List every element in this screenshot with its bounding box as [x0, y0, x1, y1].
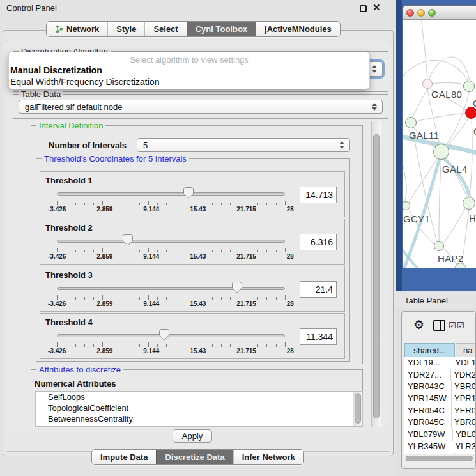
list-scrollbar-thumb[interactable] [355, 393, 361, 424]
slider-track[interactable] [57, 192, 285, 196]
slider-handle[interactable] [123, 234, 133, 246]
checkbox-icon[interactable]: ☑ [457, 321, 464, 330]
tab-label: Impute Data [100, 452, 148, 462]
tab-label: Style [116, 24, 136, 34]
close-traffic-light-icon[interactable] [406, 9, 414, 17]
table-row[interactable]: YDR27...YDR2 [404, 369, 476, 381]
list-scrollbar-track[interactable] [353, 392, 362, 426]
table-row[interactable]: YBR045CYBR0 [404, 417, 476, 429]
minimize-traffic-light-icon[interactable] [417, 9, 425, 17]
slider-tick-label: 9.144 [143, 300, 159, 307]
network-node-label: H [469, 213, 476, 224]
table-data-combobox[interactable]: galFiltered.sif default node [19, 100, 383, 114]
slider-tick-label: 21.715 [236, 253, 256, 260]
threshold-value-field[interactable]: 11.344 [300, 328, 337, 345]
threshold-row-3: Threshold 3 -3.4262.8599.14415.4321.7152… [40, 266, 345, 312]
network-node[interactable] [463, 197, 475, 210]
list-item[interactable]: BetweennessCentrality [36, 413, 362, 424]
table-row[interactable]: YPR145WYPR1 [404, 393, 476, 405]
slider-track[interactable] [57, 287, 285, 290]
tab-select[interactable]: Select [144, 22, 186, 36]
threshold-value-field[interactable]: 21.4 [300, 281, 337, 298]
threshold-row-4: Threshold 4 -3.4262.8599.14415.4321.7152… [40, 313, 345, 359]
threshold-slider[interactable] [57, 187, 285, 199]
popup-option-equal-width[interactable]: Equal Width/Frequency Discretization [9, 76, 369, 88]
tab-label: Select [153, 24, 178, 34]
slider-track[interactable] [57, 334, 285, 337]
close-icon[interactable]: ✕ [372, 2, 381, 13]
cell: YER0 [452, 405, 476, 417]
column-header-name[interactable]: na [456, 343, 476, 357]
network-window-titlebar[interactable] [403, 6, 476, 20]
slider-tick-label: 9.144 [143, 253, 159, 260]
slider-tick-label: 15.43 [190, 253, 206, 260]
network-node[interactable] [463, 81, 475, 92]
column-header-shared[interactable]: shared... [404, 343, 455, 357]
threshold-value-field[interactable]: 6.316 [300, 234, 337, 250]
main-scrollbar-thumb[interactable] [373, 134, 380, 418]
slider-tick-label: 15.43 [190, 300, 206, 307]
tab-cyni-toolbox[interactable]: Cyni Toolbox [187, 22, 256, 36]
tab-impute-data[interactable]: Impute Data [92, 450, 156, 464]
slider-tick-label: -3.426 [48, 300, 66, 307]
apply-button[interactable]: Apply [173, 429, 212, 443]
tab-network[interactable]: Network [47, 22, 107, 36]
table-row[interactable]: YER054CYER0 [404, 405, 476, 417]
network-node-label: GAL4 [442, 164, 468, 174]
slider-handle[interactable] [183, 187, 194, 199]
num-intervals-label: Number of Intervals [49, 141, 127, 150]
float-window-icon[interactable] [360, 5, 367, 12]
slider-scale: -3.4262.8599.14415.4321.71528 [48, 206, 294, 213]
combo-stepper-icon [372, 65, 378, 73]
horizontal-scrollbar-thumb[interactable] [406, 456, 473, 461]
table-row[interactable]: YDL19...YDL1 [404, 357, 476, 369]
cell: YBR045C [404, 417, 452, 429]
network-node[interactable] [433, 144, 449, 160]
tab-infer-network[interactable]: Infer Network [233, 450, 303, 464]
attributes-group-title: Attributes to discretize [36, 365, 123, 374]
table-panel-title: Table Panel [404, 296, 448, 305]
checkbox-icon[interactable]: ☑ [449, 321, 456, 330]
network-view-window[interactable]: GAL80 GAL11 GAL4 GCY1 HAP2 GA C H [403, 5, 476, 268]
threshold-slider[interactable] [57, 329, 285, 341]
table-row[interactable]: YBL079WYBL0 [404, 429, 476, 441]
cell: YIL0 [456, 453, 475, 455]
table-data-value: galFiltered.sif default node [25, 102, 122, 112]
tab-jactivemnodules[interactable]: jActiveMNodules [256, 22, 340, 36]
main-scrollbar-track[interactable] [371, 121, 381, 447]
table-row[interactable]: YLR345WYLR3 [404, 441, 476, 453]
tab-discretize-data[interactable]: Discretize Data [156, 450, 233, 464]
network-node[interactable] [405, 117, 417, 128]
table-panel-bar: Table Panel [396, 291, 476, 309]
slider-handle[interactable] [159, 329, 169, 341]
table-row[interactable]: YIL052CYIL0 [404, 453, 476, 455]
num-intervals-combobox[interactable]: 5 [137, 138, 350, 152]
zoom-traffic-light-icon[interactable] [428, 9, 436, 17]
tab-style[interactable]: Style [107, 22, 144, 36]
network-node[interactable] [422, 79, 433, 89]
popup-option-manual[interactable]: Manual Discretization [9, 65, 369, 76]
threshold-slider[interactable] [57, 282, 285, 293]
table-row[interactable]: YBR043CYBR0 [404, 381, 476, 393]
table-rows[interactable]: YDL19...YDL1 YDR27...YDR2 YBR043CYBR0 YP… [404, 357, 476, 454]
network-canvas[interactable]: GAL80 GAL11 GAL4 GCY1 HAP2 GA C H [403, 20, 476, 268]
slider-scale: -3.4262.8599.14415.4321.71528 [48, 348, 294, 355]
threshold-slider[interactable] [57, 234, 285, 246]
cell: YPR1 [452, 393, 476, 405]
column-layout-icon[interactable] [433, 320, 445, 331]
popup-hint: Select algorithm to view settings [9, 52, 369, 65]
attributes-list[interactable]: SelfLoops TopologicalCoefficient Between… [35, 391, 363, 427]
gear-icon[interactable]: ⚙ [413, 318, 424, 332]
list-item[interactable]: TopologicalCoefficient [36, 403, 362, 413]
slider-tick-label: 2.859 [96, 253, 112, 260]
thresholds-group-title: Threshold's Coordinates for 5 Intervals [42, 154, 189, 164]
slider-ticks [57, 342, 285, 348]
slider-tick-label: 15.43 [190, 206, 206, 213]
cell: YBR0 [452, 381, 476, 393]
slider-track[interactable] [57, 240, 285, 243]
slider-handle[interactable] [232, 282, 242, 293]
threshold-value-field[interactable]: 14.713 [300, 187, 337, 203]
network-node-label: GCY1 [403, 213, 430, 224]
network-node[interactable] [434, 241, 444, 251]
list-item[interactable]: SelfLoops [36, 392, 362, 403]
